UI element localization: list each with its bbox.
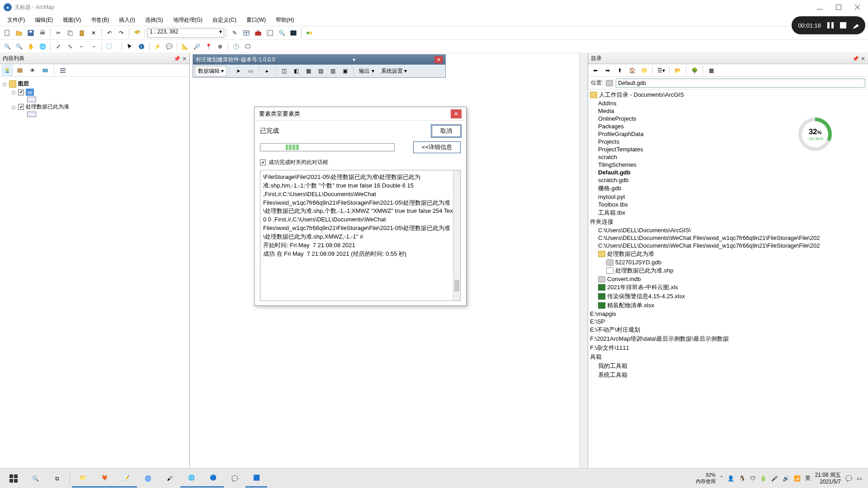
fixed-zoom-in-icon[interactable]: ⤢ <box>53 41 64 52</box>
tool5-icon[interactable]: ▥ <box>327 66 338 76</box>
toc-close-icon[interactable]: ✕ <box>182 56 187 62</box>
recorder-taskbar-icon[interactable]: 🟦 <box>245 469 267 488</box>
catalog-item[interactable]: AddIns <box>590 99 866 107</box>
menu-select[interactable]: 选择(S) <box>141 15 168 25</box>
catalog-item[interactable]: 处理数据已此为准 <box>590 249 866 258</box>
prev-extent-icon[interactable]: ← <box>76 41 87 52</box>
cpu-meter[interactable]: 32%内存使用 <box>696 472 716 484</box>
symbol-swatch[interactable] <box>27 112 36 117</box>
time-slider-icon[interactable]: 🕐 <box>231 41 241 52</box>
tray-volume-icon[interactable]: 🔊 <box>783 475 789 482</box>
delete-icon[interactable]: ✕ <box>88 28 99 38</box>
tool4-icon[interactable]: ▤ <box>315 66 326 76</box>
menu-file[interactable]: 文件(F) <box>3 15 29 25</box>
save-icon[interactable] <box>25 28 36 38</box>
toolbox-icon[interactable] <box>253 28 264 38</box>
menu-window[interactable]: 窗口(W) <box>242 15 270 25</box>
tray-battery-icon[interactable]: 🔋 <box>760 475 767 482</box>
catalog-item[interactable]: F:\2021ArcMap培训\data\最后示例数据\最后示例数据 <box>590 334 866 343</box>
options-icon[interactable]: ▦ <box>706 65 717 76</box>
catalog-item[interactable]: scratch.gdb <box>590 176 866 184</box>
recorder-pause-icon[interactable] <box>827 22 834 28</box>
details-toggle-button[interactable]: <<详细信息 <box>413 141 461 153</box>
toc-pin-icon[interactable]: 📌 <box>174 56 180 62</box>
catalog-item[interactable]: 处理数据已此为准.shp <box>590 266 866 275</box>
catalog-item[interactable]: TilingSchemes <box>590 161 866 169</box>
dialog-close-button[interactable]: ✕ <box>451 109 462 118</box>
catalog-item[interactable]: scratch <box>590 153 866 161</box>
menu-customize[interactable]: 自定义(C) <box>208 15 241 25</box>
firefox-taskbar-icon[interactable]: 🦊 <box>94 469 115 488</box>
catalog-item[interactable]: C:\Users\DELL\Documents\ArcGIS\ <box>590 226 866 234</box>
window-close-button[interactable] <box>854 4 861 10</box>
pan-icon[interactable]: ✋ <box>25 41 36 52</box>
play-icon[interactable]: ▸ <box>262 66 273 76</box>
list-by-selection-icon[interactable] <box>40 65 51 76</box>
menu-view[interactable]: 视图(V) <box>58 15 85 25</box>
list-view-icon[interactable]: ☰▾ <box>656 65 666 76</box>
connect-folder-icon[interactable]: 📁 <box>639 65 650 76</box>
arccatalog-taskbar-icon[interactable]: 🔵 <box>202 469 224 488</box>
settings-dropdown[interactable]: 系统设置 ▾ <box>378 66 410 76</box>
recorder-stop-icon[interactable] <box>840 22 846 28</box>
catalog-item[interactable]: 522701JSYD.gdb <box>590 258 866 266</box>
catalog-item[interactable]: F:\杂文件\1111 <box>590 343 866 352</box>
output-dropdown[interactable]: 输出 ▾ <box>356 66 377 76</box>
tree-view-icon[interactable]: 🌳 <box>689 65 700 76</box>
catalog-item[interactable]: 件夹连接 <box>590 217 866 226</box>
collapse-icon[interactable]: ▢ <box>11 104 16 110</box>
tool1-icon[interactable]: ◫ <box>278 66 289 76</box>
back-icon[interactable]: ⬅ <box>590 65 601 76</box>
collapse-icon[interactable]: ▢ <box>11 89 16 95</box>
catalog-item[interactable]: Toolbox.tbx <box>590 201 866 208</box>
plugin-toolbar[interactable]: 村庄规划建库软件-版本号:1.0.0.0▾✕ 数据编辑 ▾ ➤ ▭ ▸ ◫ ◧ … <box>193 54 446 78</box>
list-by-drawing-icon[interactable] <box>2 65 13 76</box>
catalog-close-icon[interactable]: ✕ <box>861 56 865 62</box>
up-icon[interactable]: ⬆ <box>614 65 625 76</box>
layer-name[interactable]: 处理数据已此为准 <box>26 103 69 111</box>
fixed-zoom-out-icon[interactable]: ⤡ <box>65 41 75 52</box>
clock[interactable]: 21:08 周五2021/5/7 <box>815 472 841 485</box>
layer-checkbox[interactable] <box>18 89 24 95</box>
open-icon[interactable] <box>14 28 24 38</box>
log-textarea[interactable]: \FileStorage\File\2021-05\处理数据已此为准\处理数据已… <box>260 170 461 301</box>
next-extent-icon[interactable]: → <box>88 41 99 52</box>
symbol-swatch[interactable] <box>27 97 36 102</box>
pointer-icon[interactable] <box>124 41 135 52</box>
app1-taskbar-icon[interactable]: 🌀 <box>137 469 159 488</box>
menu-bookmarks[interactable]: 书签(B) <box>86 15 113 25</box>
table-icon[interactable] <box>241 28 252 38</box>
tray-chevron-icon[interactable]: ˄ <box>720 475 723 482</box>
find-icon[interactable]: 🔎 <box>191 41 202 52</box>
catalog-item[interactable]: Default.gdb <box>590 169 866 176</box>
window-maximize-button[interactable] <box>835 4 842 10</box>
catalog-item[interactable]: 系统工具箱 <box>590 371 866 380</box>
select-icon[interactable]: ▭ <box>245 66 256 76</box>
tray-security-icon[interactable]: 🛡 <box>750 475 755 482</box>
catalog-item[interactable]: E:\SP <box>590 318 866 325</box>
toggle-contents-icon[interactable]: 📂 <box>672 65 683 76</box>
tool2-icon[interactable]: ◧ <box>291 66 302 76</box>
menu-help[interactable]: 帮助(H) <box>271 15 299 25</box>
wechat-taskbar-icon[interactable]: 💬 <box>224 469 245 488</box>
menu-insert[interactable]: 插入(I) <box>114 15 139 25</box>
cut-icon[interactable]: ✂ <box>53 28 64 38</box>
tray-people-icon[interactable]: 👤 <box>727 475 734 482</box>
undo-icon[interactable]: ↶ <box>104 28 115 38</box>
catalog-item[interactable]: Convert.mdb <box>590 275 866 283</box>
catalog-item[interactable]: 工具箱.tbx <box>590 208 866 217</box>
catalog-item[interactable]: E:\mapgis <box>590 310 866 318</box>
editor-toolbar-icon[interactable]: ✎ <box>229 28 240 38</box>
tray-qq-icon[interactable]: 🐧 <box>739 475 745 482</box>
arcmap-taskbar-icon[interactable]: 🌐 <box>180 469 202 488</box>
toc-options-icon[interactable] <box>57 65 68 76</box>
copy-icon[interactable] <box>65 28 75 38</box>
viewer-icon[interactable]: 🖵 <box>242 41 253 52</box>
recorder-annotate-icon[interactable] <box>853 22 859 28</box>
layer-checkbox[interactable] <box>18 104 24 110</box>
action-center-icon[interactable]: ▭ <box>857 475 862 482</box>
tray-mic-icon[interactable]: 🎤 <box>771 475 778 482</box>
catalog-item[interactable]: 传染病预警信息4.15-4.25.xlsx <box>590 292 866 301</box>
map-canvas[interactable]: 村庄规划建库软件-版本号:1.0.0.0▾✕ 数据编辑 ▾ ➤ ▭ ▸ ◫ ◧ … <box>190 53 588 478</box>
screen-recorder-overlay[interactable]: 00:01:18 <box>792 16 865 34</box>
